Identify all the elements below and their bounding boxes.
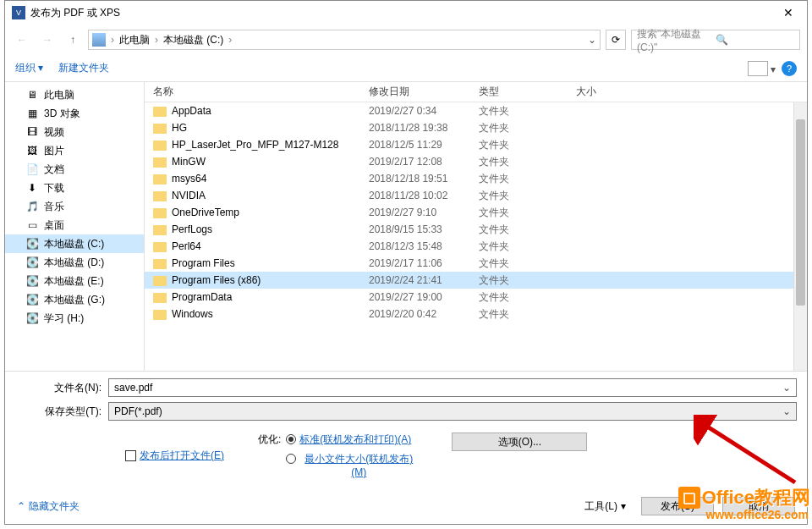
back-icon[interactable]: ← [12,30,32,50]
table-row[interactable]: HP_LaserJet_Pro_MFP_M127-M1282018/12/5 1… [145,136,807,153]
disk-icon: 💽 [25,274,39,288]
dl-icon: ⬇ [25,181,39,195]
3d-icon: ▦ [25,107,39,120]
table-row[interactable]: msys642018/12/18 19:51文件夹 [145,170,807,187]
chevron-right-icon: › [228,34,232,46]
file-rows: AppData2019/2/27 0:34文件夹HG2018/11/28 19:… [145,102,807,371]
optimize-min-radio[interactable]: 最小文件大小(联机发布)(M) [286,452,418,478]
sidebar-item[interactable]: ▦3D 对象 [5,104,144,123]
help-icon[interactable]: ? [782,61,797,76]
filename-input[interactable]: save.pdf ⌄ [108,378,797,397]
folder-icon [153,107,167,117]
col-size[interactable]: 大小 [568,85,635,99]
view-mode-button[interactable]: ▾ [748,61,768,76]
collapse-icon: ⌃ [17,500,25,512]
disk-icon: 💽 [25,311,39,325]
tools-button[interactable]: 工具(L) ▾ [578,497,633,515]
scrollbar-thumb[interactable] [796,119,805,306]
disk-icon: 💽 [25,256,39,269]
table-row[interactable]: HG2018/11/28 19:38文件夹 [145,119,807,136]
chevron-down-icon[interactable]: ⌄ [782,405,791,417]
sidebar-item-label: 文档 [44,163,64,177]
disk-icon: 💽 [25,237,39,251]
sidebar-item[interactable]: ▭桌面 [5,216,144,234]
window-title: 发布为 PDF 或 XPS [30,6,776,20]
sidebar-item[interactable]: 🖥此电脑 [5,85,144,104]
optimize-label: 优化: [258,433,281,478]
sidebar-item[interactable]: 💽本地磁盘 (D:) [5,253,144,272]
refresh-icon[interactable]: ⟳ [606,30,626,50]
chevron-right-icon: › [111,34,114,46]
folder-icon [153,310,167,320]
close-icon[interactable]: ✕ [776,6,800,19]
table-row[interactable]: MinGW2019/2/17 12:08文件夹 [145,153,807,170]
file-list: 名称 修改日期 类型 大小 AppData2019/2/27 0:34文件夹HG… [145,82,807,371]
open-after-checkbox[interactable]: 发布后打开文件(E) [125,433,224,478]
hide-folders-button[interactable]: ⌃ 隐藏文件夹 [17,499,80,514]
sidebar-item[interactable]: 💽学习 (H:) [5,309,144,328]
sidebar-item-label: 3D 对象 [44,107,80,121]
folder-icon [153,157,167,168]
sidebar-item[interactable]: 🖼图片 [5,141,144,160]
brand-icon: □ [678,487,700,509]
col-name[interactable]: 名称 [145,85,360,99]
folder-icon [153,191,167,201]
sidebar-item-label: 本地磁盘 (C:) [44,237,104,251]
form-area: 文件名(N): save.pdf ⌄ 保存类型(T): PDF(*.pdf) ⌄… [5,371,807,488]
desk-icon: ▭ [25,218,39,232]
breadcrumb[interactable]: › 此电脑 › 本地磁盘 (C:) › ⌄ [88,30,601,50]
sidebar-item-label: 音乐 [44,200,64,214]
radio-off-icon [286,454,296,464]
organize-button[interactable]: 组织 ▾ [15,61,43,75]
table-row[interactable]: AppData2019/2/27 0:34文件夹 [145,102,807,119]
new-folder-button[interactable]: 新建文件夹 [58,61,109,75]
toolbar: 组织 ▾ 新建文件夹 ▾ ? [5,55,807,82]
up-icon[interactable]: ↑ [63,30,83,50]
col-date[interactable]: 修改日期 [360,85,470,99]
sidebar-item-label: 图片 [44,144,64,158]
pic-icon: 🖼 [25,144,39,157]
crumb-drive[interactable]: 本地磁盘 (C:) [160,33,227,47]
sidebar-item[interactable]: 🎞视频 [5,123,144,141]
folder-icon [153,259,167,269]
sidebar-item-label: 学习 (H:) [44,311,84,326]
table-row[interactable]: NVIDIA2018/11/28 10:02文件夹 [145,187,807,204]
table-row[interactable]: Windows2019/2/20 0:42文件夹 [145,306,807,322]
table-row[interactable]: PerfLogs2018/9/15 15:33文件夹 [145,221,807,238]
sidebar-item[interactable]: 💽本地磁盘 (C:) [5,234,144,253]
table-row[interactable]: OneDriveTemp2019/2/27 9:10文件夹 [145,204,807,221]
save-dialog: V 发布为 PDF 或 XPS ✕ ← → ↑ › 此电脑 › 本地磁盘 (C:… [4,0,808,525]
chevron-down-icon[interactable]: ⌄ [588,34,596,46]
scrollbar[interactable] [793,102,807,371]
table-row[interactable]: Program Files2019/2/17 11:06文件夹 [145,255,807,272]
crumb-pc[interactable]: 此电脑 [116,33,153,47]
table-row[interactable]: ProgramData2019/2/27 19:00文件夹 [145,289,807,306]
chevron-down-icon[interactable]: ⌄ [782,382,791,394]
forward-icon[interactable]: → [37,30,58,50]
sidebar-item[interactable]: ⬇下载 [5,179,144,197]
doc-icon: 📄 [25,163,39,176]
column-headers: 名称 修改日期 类型 大小 [145,82,807,102]
video-icon: 🎞 [25,125,39,139]
filetype-select[interactable]: PDF(*.pdf) ⌄ [108,402,797,421]
sidebar-item[interactable]: 💽本地磁盘 (E:) [5,272,144,290]
sidebar-item[interactable]: 🎵音乐 [5,197,144,216]
folder-icon [153,208,167,218]
filetype-label: 保存类型(T): [15,405,108,419]
search-icon: 🔍 [716,34,794,46]
sidebar-item-label: 下载 [44,181,64,196]
table-row[interactable]: Program Files (x86)2019/2/24 21:41文件夹 [145,272,807,289]
sidebar-item-label: 桌面 [44,218,64,233]
app-icon: V [12,6,25,19]
titlebar: V 发布为 PDF 或 XPS ✕ [5,1,807,25]
sidebar-item-label: 本地磁盘 (E:) [44,274,104,289]
sidebar-item-label: 此电脑 [44,88,74,102]
search-input[interactable]: 搜索"本地磁盘 (C:)" 🔍 [631,30,800,50]
table-row[interactable]: Perl642018/12/3 15:48文件夹 [145,238,807,255]
col-type[interactable]: 类型 [470,85,568,99]
optimize-standard-radio[interactable]: 标准(联机发布和打印)(A) [286,433,418,447]
sidebar-item[interactable]: 💽本地磁盘 (G:) [5,290,144,309]
folder-icon [153,124,167,134]
options-button[interactable]: 选项(O)... [452,433,587,451]
sidebar-item[interactable]: 📄文档 [5,160,144,179]
